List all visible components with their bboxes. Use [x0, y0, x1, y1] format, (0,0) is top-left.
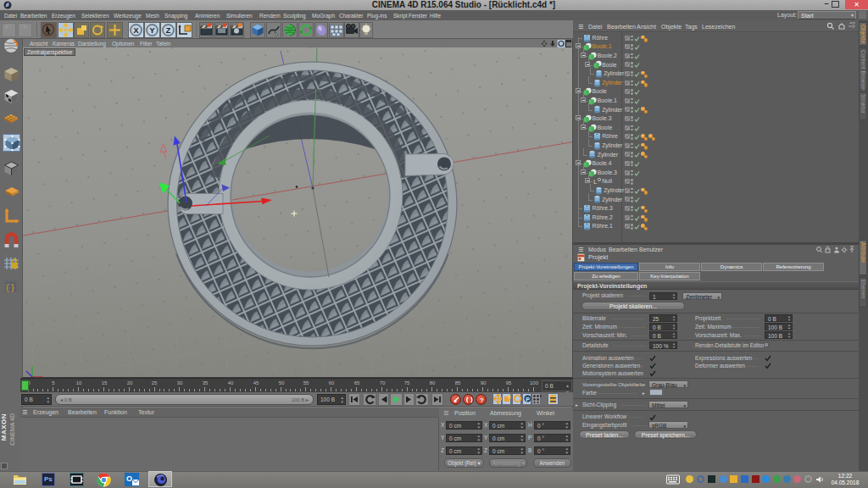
svg-text:Z: Z	[166, 26, 171, 35]
svg-text:X: X	[133, 26, 138, 35]
svg-text:?: ?	[480, 397, 483, 403]
svg-text:Y: Y	[149, 26, 154, 35]
svg-text:P: P	[526, 396, 530, 402]
svg-text:L: L	[593, 178, 598, 186]
svg-text:( ): ( )	[6, 283, 14, 292]
